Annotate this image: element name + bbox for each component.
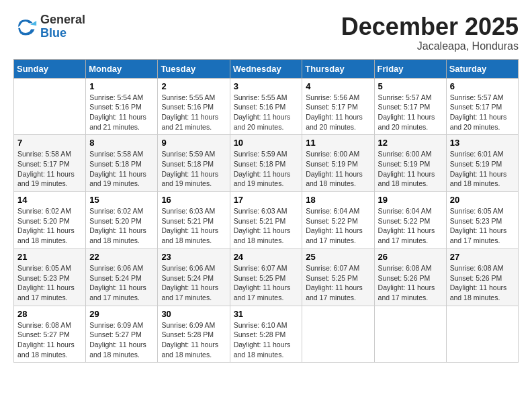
day-number: 21	[17, 252, 82, 262]
day-number: 24	[234, 252, 299, 262]
calendar-cell: 23Sunrise: 6:06 AMSunset: 5:24 PMDayligh…	[158, 248, 230, 306]
day-info: Sunrise: 5:56 AMSunset: 5:17 PMDaylight:…	[306, 93, 370, 132]
day-number: 12	[378, 138, 443, 148]
day-info: Sunrise: 6:02 AMSunset: 5:20 PMDaylight:…	[89, 206, 154, 246]
calendar-cell: 14Sunrise: 6:02 AMSunset: 5:20 PMDayligh…	[14, 192, 86, 249]
day-number: 23	[161, 252, 226, 262]
day-number: 31	[234, 309, 299, 319]
day-info: Sunrise: 6:01 AMSunset: 5:19 PMDaylight:…	[450, 149, 515, 189]
day-number: 1	[89, 81, 154, 91]
day-info: Sunrise: 6:00 AMSunset: 5:19 PMDaylight:…	[306, 149, 370, 189]
day-info: Sunrise: 5:58 AMSunset: 5:18 PMDaylight:…	[89, 149, 154, 189]
day-number: 22	[89, 252, 154, 262]
calendar-cell: 5Sunrise: 5:57 AMSunset: 5:17 PMDaylight…	[374, 78, 446, 135]
day-number: 25	[306, 252, 370, 262]
day-number: 4	[306, 81, 370, 91]
day-info: Sunrise: 6:09 AMSunset: 5:27 PMDaylight:…	[89, 320, 154, 360]
logo-icon	[13, 15, 38, 39]
day-info: Sunrise: 6:07 AMSunset: 5:25 PMDaylight:…	[234, 263, 299, 303]
calendar-cell: 31Sunrise: 6:10 AMSunset: 5:28 PMDayligh…	[230, 306, 302, 363]
calendar-week-2: 7Sunrise: 5:58 AMSunset: 5:17 PMDaylight…	[14, 135, 519, 192]
calendar-cell: 2Sunrise: 5:55 AMSunset: 5:16 PMDaylight…	[158, 78, 230, 135]
calendar-cell: 9Sunrise: 5:59 AMSunset: 5:18 PMDaylight…	[158, 135, 230, 192]
day-info: Sunrise: 5:58 AMSunset: 5:17 PMDaylight:…	[17, 149, 82, 189]
day-info: Sunrise: 6:10 AMSunset: 5:28 PMDaylight:…	[234, 320, 299, 360]
day-info: Sunrise: 5:57 AMSunset: 5:17 PMDaylight:…	[450, 93, 515, 132]
day-info: Sunrise: 6:03 AMSunset: 5:21 PMDaylight:…	[161, 206, 226, 246]
day-number: 19	[378, 195, 443, 205]
calendar-cell: 15Sunrise: 6:02 AMSunset: 5:20 PMDayligh…	[86, 192, 158, 249]
day-info: Sunrise: 6:05 AMSunset: 5:23 PMDaylight:…	[450, 206, 515, 246]
calendar-cell: 22Sunrise: 6:06 AMSunset: 5:24 PMDayligh…	[86, 248, 158, 306]
day-info: Sunrise: 5:55 AMSunset: 5:16 PMDaylight:…	[234, 93, 299, 132]
calendar-cell: 3Sunrise: 5:55 AMSunset: 5:16 PMDaylight…	[230, 78, 302, 135]
calendar-header-row: SundayMondayTuesdayWednesdayThursdayFrid…	[14, 59, 519, 78]
day-info: Sunrise: 5:54 AMSunset: 5:16 PMDaylight:…	[89, 93, 154, 132]
day-number: 13	[450, 138, 515, 148]
calendar-body: 1Sunrise: 5:54 AMSunset: 5:16 PMDaylight…	[14, 78, 519, 363]
day-number: 29	[89, 309, 154, 319]
calendar-cell: 29Sunrise: 6:09 AMSunset: 5:27 PMDayligh…	[86, 306, 158, 363]
calendar-cell: 30Sunrise: 6:09 AMSunset: 5:28 PMDayligh…	[158, 306, 230, 363]
day-info: Sunrise: 6:04 AMSunset: 5:22 PMDaylight:…	[306, 206, 370, 246]
day-info: Sunrise: 6:03 AMSunset: 5:21 PMDaylight:…	[234, 206, 299, 246]
day-info: Sunrise: 6:07 AMSunset: 5:25 PMDaylight:…	[306, 263, 370, 303]
day-number: 2	[161, 81, 226, 91]
logo-general: General	[40, 13, 85, 26]
calendar-cell: 8Sunrise: 5:58 AMSunset: 5:18 PMDaylight…	[86, 135, 158, 192]
calendar-cell: 10Sunrise: 5:59 AMSunset: 5:18 PMDayligh…	[230, 135, 302, 192]
calendar-cell	[302, 306, 374, 363]
calendar-cell: 27Sunrise: 6:08 AMSunset: 5:26 PMDayligh…	[446, 248, 518, 306]
day-number: 10	[234, 138, 299, 148]
day-number: 17	[234, 195, 299, 205]
calendar-cell: 7Sunrise: 5:58 AMSunset: 5:17 PMDaylight…	[14, 135, 86, 192]
day-number: 28	[17, 309, 82, 319]
calendar-cell: 13Sunrise: 6:01 AMSunset: 5:19 PMDayligh…	[446, 135, 518, 192]
day-info: Sunrise: 5:59 AMSunset: 5:18 PMDaylight:…	[161, 149, 226, 189]
day-info: Sunrise: 6:05 AMSunset: 5:23 PMDaylight:…	[17, 263, 82, 303]
location: Jacaleapa, Honduras	[341, 40, 519, 52]
calendar-cell: 6Sunrise: 5:57 AMSunset: 5:17 PMDaylight…	[446, 78, 518, 135]
day-info: Sunrise: 5:57 AMSunset: 5:17 PMDaylight:…	[378, 93, 443, 132]
day-number: 18	[306, 195, 370, 205]
day-info: Sunrise: 6:09 AMSunset: 5:28 PMDaylight:…	[161, 320, 226, 360]
calendar-cell: 16Sunrise: 6:03 AMSunset: 5:21 PMDayligh…	[158, 192, 230, 249]
day-number: 27	[450, 252, 515, 262]
day-info: Sunrise: 6:08 AMSunset: 5:26 PMDaylight:…	[378, 263, 443, 303]
month-title: December 2025	[341, 13, 519, 40]
weekday-header-sunday: Sunday	[14, 59, 86, 78]
calendar-week-3: 14Sunrise: 6:02 AMSunset: 5:20 PMDayligh…	[14, 192, 519, 249]
title-block: December 2025 Jacaleapa, Honduras	[341, 13, 519, 52]
calendar-cell: 1Sunrise: 5:54 AMSunset: 5:16 PMDaylight…	[86, 78, 158, 135]
calendar-week-5: 28Sunrise: 6:08 AMSunset: 5:27 PMDayligh…	[14, 306, 519, 363]
calendar-cell: 25Sunrise: 6:07 AMSunset: 5:25 PMDayligh…	[302, 248, 374, 306]
weekday-header-monday: Monday	[86, 59, 158, 78]
day-info: Sunrise: 6:08 AMSunset: 5:27 PMDaylight:…	[17, 320, 82, 360]
day-number: 16	[161, 195, 226, 205]
calendar-cell	[14, 78, 86, 135]
logo-blue: Blue	[40, 26, 66, 40]
day-info: Sunrise: 6:06 AMSunset: 5:24 PMDaylight:…	[161, 263, 226, 303]
day-number: 5	[378, 81, 443, 91]
calendar-cell: 26Sunrise: 6:08 AMSunset: 5:26 PMDayligh…	[374, 248, 446, 306]
weekday-header-friday: Friday	[374, 59, 446, 78]
weekday-header-thursday: Thursday	[302, 59, 374, 78]
calendar-cell	[374, 306, 446, 363]
calendar-cell: 24Sunrise: 6:07 AMSunset: 5:25 PMDayligh…	[230, 248, 302, 306]
day-number: 26	[378, 252, 443, 262]
calendar-week-1: 1Sunrise: 5:54 AMSunset: 5:16 PMDaylight…	[14, 78, 519, 135]
page-header: General Blue December 2025 Jacaleapa, Ho…	[13, 13, 519, 52]
weekday-header-tuesday: Tuesday	[158, 59, 230, 78]
weekday-header-saturday: Saturday	[446, 59, 518, 78]
logo-text: General Blue	[40, 13, 85, 40]
day-number: 20	[450, 195, 515, 205]
day-number: 6	[450, 81, 515, 91]
calendar-cell: 21Sunrise: 6:05 AMSunset: 5:23 PMDayligh…	[14, 248, 86, 306]
day-number: 14	[17, 195, 82, 205]
weekday-header-wednesday: Wednesday	[230, 59, 302, 78]
calendar-cell: 28Sunrise: 6:08 AMSunset: 5:27 PMDayligh…	[14, 306, 86, 363]
calendar-cell	[446, 306, 518, 363]
day-info: Sunrise: 5:59 AMSunset: 5:18 PMDaylight:…	[234, 149, 299, 189]
day-info: Sunrise: 6:06 AMSunset: 5:24 PMDaylight:…	[89, 263, 154, 303]
calendar-cell: 19Sunrise: 6:04 AMSunset: 5:22 PMDayligh…	[374, 192, 446, 249]
